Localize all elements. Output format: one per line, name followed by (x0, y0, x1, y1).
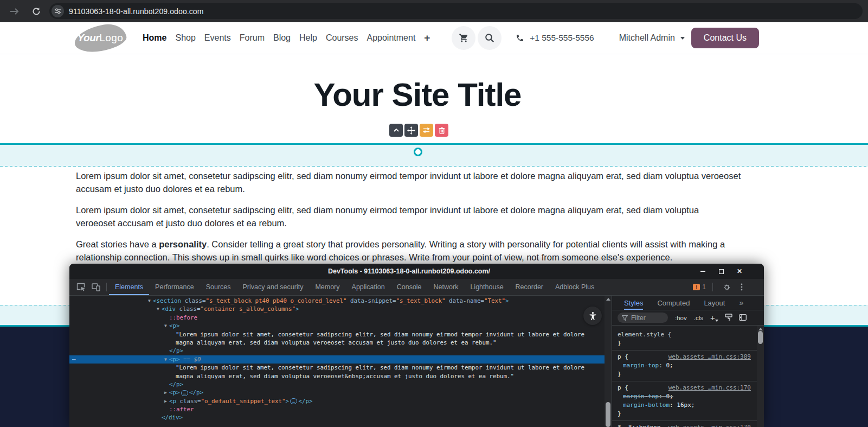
sidebar-more-tabs-icon[interactable]: » (739, 298, 742, 307)
tree-row[interactable]: </p> (69, 347, 612, 355)
devtools-tab-sources[interactable]: Sources (200, 279, 237, 295)
style-rule[interactable]: element.style {} (612, 328, 764, 350)
devtools-tab-adblock-plus[interactable]: Adblock Plus (549, 279, 600, 295)
tree-row[interactable]: </div> (69, 413, 612, 422)
devtools-tab-recorder[interactable]: Recorder (510, 279, 549, 295)
search-button[interactable] (478, 26, 501, 50)
elements-scrollbar[interactable] (605, 296, 612, 427)
nav-item-home[interactable]: Home (143, 31, 166, 45)
style-rule[interactable]: p {web.assets_…min.css:389margin-top: 0;… (612, 350, 764, 381)
forward-icon[interactable] (10, 8, 19, 15)
scrollbar-thumb[interactable] (606, 402, 610, 427)
minimize-button[interactable] (700, 271, 705, 272)
editor-dropzone-top[interactable] (0, 143, 868, 167)
stylesheet-link[interactable]: web.assets_…min.css:170 (668, 423, 751, 427)
code-token-tag: </p> (298, 398, 312, 405)
paragraph-1[interactable]: Lorem ipsum dolor sit amet, consetetur s… (76, 170, 751, 195)
phone-link[interactable]: +1 555-555-5556 (516, 33, 594, 43)
main-menu: HomeShopEventsForumBlogHelpCoursesAppoin… (143, 31, 415, 45)
css-property[interactable]: margin-top: 0; (618, 392, 751, 401)
paragraph-2[interactable]: Lorem ipsum dolor sit amet, consetetur s… (76, 204, 751, 230)
cls-toggle[interactable]: .cls (694, 315, 703, 321)
devtools-tab-performance[interactable]: Performance (149, 279, 200, 295)
tree-row[interactable]: ▼<section class="s_text_block pt40 pb40 … (69, 297, 612, 305)
tree-row[interactable]: ::before (69, 314, 612, 322)
tree-row[interactable]: ▶<p>…</p> (69, 388, 612, 397)
cart-button[interactable] (452, 26, 475, 50)
tree-row[interactable]: ▼<div class="container s_allow_columns"> (69, 305, 612, 313)
tree-row[interactable]: ▶<p class="o_default_snippet_text">…</p> (69, 397, 612, 405)
nav-item-appointment[interactable]: Appointment (367, 31, 416, 45)
url-bar[interactable]: 91103063-18-0-all.runbot209.odoo.com (49, 3, 863, 19)
text-block: Lorem ipsum dolor sit amet, consetetur s… (76, 170, 751, 272)
swap-button[interactable] (420, 124, 433, 137)
move-button[interactable] (404, 124, 418, 137)
new-style-rule-button[interactable]: + (710, 313, 715, 322)
devtools-titlebar[interactable]: DevTools - 91103063-18-0-all.runbot209.o… (69, 264, 764, 279)
tree-row[interactable]: "Lorem ipsum dolor sit amet, consetetur … (69, 330, 612, 339)
issues-icon: ! (693, 284, 700, 290)
paragraph-3[interactable]: Great stories have a personality. Consid… (76, 238, 751, 264)
style-rule[interactable]: *, *::before,web.assets_…min.css:170 (612, 421, 764, 427)
nav-item-forum[interactable]: Forum (240, 31, 265, 45)
css-property[interactable]: margin-bottom: 16px; (618, 401, 751, 410)
hov-toggle[interactable]: :hov (675, 315, 687, 321)
color-scheme-icon[interactable] (725, 314, 732, 322)
stylesheet-link[interactable]: web.assets_…min.css:389 (668, 353, 751, 361)
tree-row[interactable]: ⋯▼<p> == $0 (69, 355, 612, 364)
maximize-button[interactable] (718, 269, 724, 274)
collapse-button[interactable] (389, 124, 403, 137)
sidebar-tab-layout[interactable]: Layout (704, 296, 725, 310)
sidebar-tab-styles[interactable]: Styles (624, 296, 643, 310)
panel-layout-icon[interactable] (739, 314, 747, 322)
nav-item-blog[interactable]: Blog (273, 31, 291, 45)
settings-gear-icon[interactable] (719, 280, 734, 294)
code-token-pseudo: ::before (169, 314, 197, 321)
accessibility-icon[interactable] (583, 307, 602, 325)
devtools-tab-lighthouse[interactable]: Lighthouse (464, 279, 509, 295)
issues-indicator[interactable]: ! 1 (693, 283, 706, 291)
code-token-val: "s_text_block pt40 pb40 o_colored_level" (206, 297, 347, 304)
delete-button[interactable] (435, 124, 448, 137)
tree-row[interactable]: ::after (69, 405, 612, 413)
user-menu[interactable]: Mitchell Admin (619, 33, 685, 43)
tree-row[interactable]: "Lorem ipsum dolor sit amet, consetetur … (69, 364, 612, 372)
kebab-menu-icon[interactable] (738, 280, 745, 294)
nav-item-shop[interactable]: Shop (175, 31, 195, 45)
scrollbar-thumb[interactable] (758, 331, 763, 344)
styles-filter-input[interactable]: Filter (618, 313, 668, 323)
site-logo[interactable]: YourLogo (74, 26, 126, 51)
device-toolbar-icon[interactable] (89, 280, 103, 294)
devtools-tab-privacy-and-security[interactable]: Privacy and security (237, 279, 310, 295)
user-name: Mitchell Admin (619, 33, 675, 43)
site-settings-icon[interactable] (52, 5, 64, 17)
devtools-tab-application[interactable]: Application (346, 279, 391, 295)
inspect-element-icon[interactable] (74, 280, 88, 294)
devtools-tab-memory[interactable]: Memory (309, 279, 345, 295)
nav-item-courses[interactable]: Courses (326, 31, 358, 45)
nav-item-events[interactable]: Events (204, 31, 231, 45)
add-page-icon[interactable]: + (424, 32, 430, 44)
devtools-tab-network[interactable]: Network (428, 279, 465, 295)
styles-scrollbar[interactable] (757, 326, 764, 427)
swap-arrows-icon (422, 127, 430, 133)
tree-row[interactable]: </p> (69, 380, 612, 388)
code-token-tag: > (295, 305, 299, 313)
tree-row[interactable]: ▼<p> (69, 322, 612, 330)
tree-row[interactable]: magna aliquyam erat, sed diam voluptua v… (69, 339, 612, 347)
sidebar-tab-computed[interactable]: Computed (657, 296, 690, 310)
devtools-tab-elements[interactable]: Elements (109, 279, 149, 295)
devtools-tab-console[interactable]: Console (391, 279, 428, 295)
css-property[interactable]: margin-top: 0; (618, 361, 751, 370)
close-button[interactable]: ✕ (737, 267, 742, 275)
tree-row[interactable]: magna aliquyam erat, sed diam voluptua v… (69, 372, 612, 380)
stylesheet-link[interactable]: web.assets_…min.css:170 (668, 384, 751, 392)
code-token-tag: <div (162, 305, 176, 313)
nav-item-help[interactable]: Help (299, 31, 317, 45)
contact-us-button[interactable]: Contact Us (691, 28, 759, 48)
style-rule[interactable]: p {web.assets_…min.css:170margin-top: 0;… (612, 381, 764, 421)
reload-icon[interactable] (32, 7, 41, 16)
code-token-meta: == $0 (180, 356, 201, 363)
code-token-tag: </p> (189, 389, 203, 396)
dropzone-handle[interactable] (414, 148, 422, 156)
